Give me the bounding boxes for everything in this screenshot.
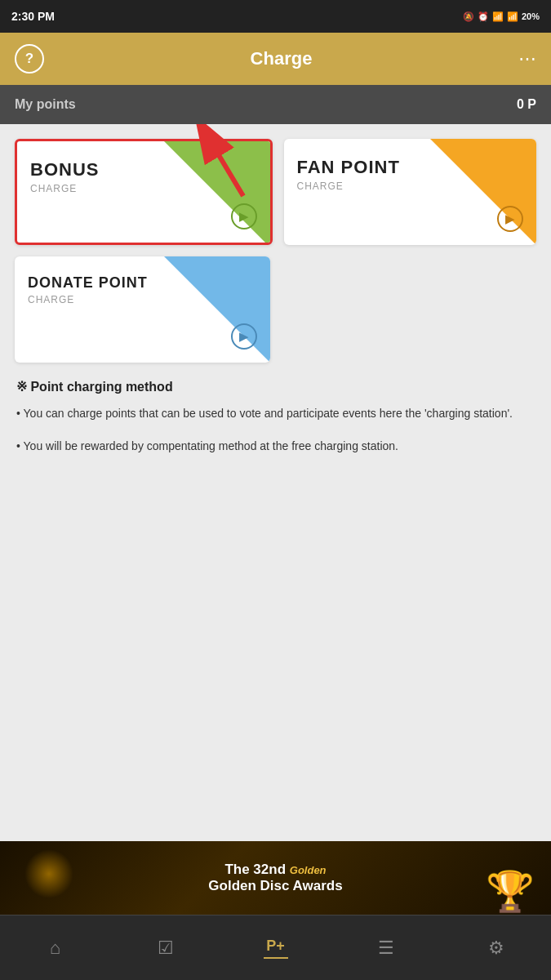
status-bar: 2:30 PM 🔕 ⏰ 📶 📶 20%: [0, 0, 551, 33]
fan-arrow-button[interactable]: ▶: [497, 206, 523, 232]
page-title: Charge: [44, 48, 518, 69]
banner-subtitle: Golden Disc Awards: [208, 878, 342, 893]
donate-card-text: DONATE POINT CHARGE: [28, 274, 148, 305]
cards-row-2: DONATE POINT CHARGE ▶: [15, 256, 536, 363]
donate-sub-label: CHARGE: [28, 294, 148, 305]
message-button[interactable]: ⋯: [518, 48, 536, 69]
nav-settings[interactable]: ⚙: [441, 915, 551, 980]
bonus-charge-card[interactable]: BONUS CHARGE ▶: [15, 139, 273, 245]
points-icon: P+: [266, 938, 285, 955]
event-banner[interactable]: The 32nd Golden Golden Disc Awards 🏆: [0, 841, 551, 915]
nav-list[interactable]: ☰: [331, 915, 441, 980]
banner-glow-effect: [24, 849, 73, 898]
info-title: ※ Point charging method: [16, 379, 535, 394]
banner-award-italic: Golden: [290, 864, 327, 876]
fan-card-text: FAN POINT CHARGE: [297, 157, 400, 192]
fan-triangle-decoration: [430, 139, 536, 245]
bonus-triangle-decoration: [164, 141, 270, 245]
help-button[interactable]: ?: [15, 44, 44, 74]
fan-main-label: FAN POINT: [297, 157, 400, 178]
cards-row-1: BONUS CHARGE ▶ FAN POINT CHARGE ▶: [15, 139, 536, 245]
signal-icon: 📶: [507, 11, 518, 22]
main-content: BONUS CHARGE ▶ FAN POINT CHARGE ▶: [0, 124, 551, 841]
wifi-icon: 📶: [492, 11, 504, 22]
header: ? Charge ⋯: [0, 33, 551, 85]
my-points-label: My points: [15, 97, 76, 112]
donate-arrow-button[interactable]: ▶: [231, 323, 257, 350]
my-points-value: 0 P: [517, 97, 536, 112]
info-text-1: • You can charge points that can be used…: [16, 404, 535, 422]
cards-area: BONUS CHARGE ▶ FAN POINT CHARGE ▶: [15, 139, 536, 363]
fan-sub-label: CHARGE: [297, 180, 400, 192]
question-icon: ?: [25, 51, 33, 67]
gear-icon: ⚙: [488, 938, 504, 959]
status-icons: 🔕 ⏰ 📶 📶 20%: [463, 11, 540, 22]
home-icon: ⌂: [50, 938, 60, 959]
nav-points-underline: [264, 957, 288, 959]
bonus-sub-label: CHARGE: [30, 183, 99, 194]
message-icon: ⋯: [518, 48, 536, 69]
my-points-bar: My points 0 P: [0, 85, 551, 124]
bonus-arrow-button[interactable]: ▶: [231, 203, 257, 229]
info-section: ※ Point charging method • You can charge…: [15, 379, 536, 456]
bonus-main-label: BONUS: [30, 159, 99, 180]
nav-points[interactable]: P+: [220, 915, 331, 980]
bottom-navigation: ⌂ ☑ P+ ☰ ⚙: [0, 915, 551, 980]
trophy-icon: 🏆: [486, 869, 535, 915]
checklist-icon: ☑: [158, 938, 174, 959]
battery-text: 20%: [522, 11, 540, 21]
status-time: 2:30 PM: [11, 10, 55, 23]
nav-checklist[interactable]: ☑: [110, 915, 220, 980]
donate-main-label: DONATE POINT: [28, 274, 148, 292]
alarm-icon: ⏰: [478, 11, 489, 22]
banner-the32nd: The 32nd: [224, 862, 286, 877]
banner-text: The 32nd Golden Golden Disc Awards: [208, 862, 342, 894]
bell-icon: 🔕: [463, 11, 474, 22]
list-icon: ☰: [378, 938, 394, 959]
info-text-2: • You will be rewarded by compentating m…: [16, 437, 535, 455]
donate-point-charge-card[interactable]: DONATE POINT CHARGE ▶: [15, 256, 270, 363]
donate-triangle-decoration: [164, 256, 270, 363]
nav-home[interactable]: ⌂: [0, 915, 110, 980]
bonus-card-text: BONUS CHARGE: [30, 159, 99, 194]
fan-point-charge-card[interactable]: FAN POINT CHARGE ▶: [284, 139, 537, 245]
